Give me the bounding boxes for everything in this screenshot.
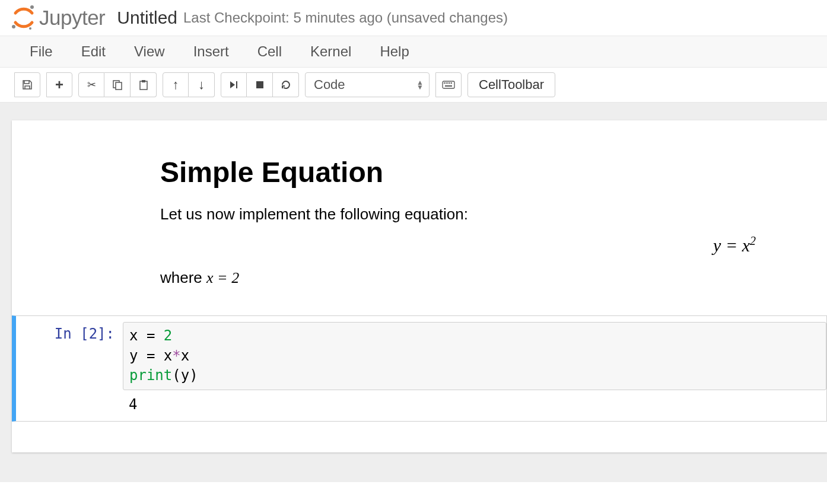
copy-button[interactable]	[104, 72, 131, 97]
svg-rect-11	[446, 82, 447, 84]
svg-rect-7	[236, 81, 237, 88]
menu-file[interactable]: File	[27, 41, 55, 62]
restart-icon	[281, 79, 291, 90]
menu-view[interactable]: View	[132, 41, 167, 62]
svg-point-2	[29, 27, 31, 30]
menu-help[interactable]: Help	[377, 41, 411, 62]
svg-point-1	[12, 25, 15, 28]
svg-rect-9	[443, 81, 454, 88]
header: Jupyter Untitled Last Checkpoint: 5 minu…	[0, 0, 827, 36]
input-area: x = 2 y = x*x print(y) 4	[123, 322, 826, 413]
where-math: x = 2	[206, 269, 239, 286]
code-token: =	[138, 327, 163, 344]
cell-type-select[interactable]: Code ▲▼	[305, 72, 430, 97]
equation-display: y = x2	[160, 234, 815, 256]
code-token: y	[181, 367, 189, 384]
svg-rect-8	[256, 81, 263, 88]
cut-icon: ✂	[87, 78, 96, 91]
stop-icon	[256, 81, 264, 89]
menu-cell[interactable]: Cell	[255, 41, 284, 62]
code-token: )	[189, 367, 198, 384]
menu-insert[interactable]: Insert	[191, 41, 231, 62]
plus-icon: +	[55, 76, 63, 93]
move-up-button[interactable]: ↑	[163, 72, 189, 97]
stop-button[interactable]	[247, 72, 273, 97]
svg-rect-5	[140, 81, 147, 90]
toolbar: + ✂ ↑ ↓ Code ▲▼	[0, 68, 827, 103]
svg-rect-10	[444, 82, 445, 84]
code-cell[interactable]: In [2]: x = 2 y = x*x print(y) 4	[12, 315, 827, 422]
code-token: 2	[164, 327, 172, 344]
notebook-name[interactable]: Untitled	[117, 8, 177, 28]
menu-kernel[interactable]: Kernel	[308, 41, 354, 62]
paste-icon	[138, 79, 149, 90]
run-button[interactable]	[221, 72, 247, 97]
code-token: x	[181, 347, 189, 364]
jupyter-logo-icon	[11, 5, 37, 31]
svg-point-0	[30, 5, 34, 9]
move-down-button[interactable]: ↓	[189, 72, 215, 97]
output-text: 4	[123, 390, 826, 413]
code-token: *	[172, 347, 180, 364]
notebook-area: Simple Equation Let us now implement the…	[0, 103, 827, 482]
svg-rect-14	[451, 82, 452, 84]
cell-toolbar-button[interactable]: CellToolbar	[467, 72, 555, 97]
save-button[interactable]	[14, 72, 40, 97]
svg-rect-12	[447, 82, 449, 84]
markdown-intro: Let us now implement the following equat…	[160, 205, 815, 224]
checkpoint-status: Last Checkpoint: 5 minutes ago (unsaved …	[183, 9, 508, 26]
notebook-container: Simple Equation Let us now implement the…	[12, 120, 827, 452]
svg-rect-6	[142, 80, 145, 82]
add-cell-button[interactable]: +	[46, 72, 72, 97]
cell-type-value: Code	[314, 77, 345, 92]
markdown-heading: Simple Equation	[160, 156, 815, 189]
copy-icon	[112, 79, 123, 90]
svg-rect-4	[116, 82, 122, 90]
restart-button[interactable]	[273, 72, 299, 97]
arrow-up-icon: ↑	[173, 77, 179, 92]
paste-button[interactable]	[131, 72, 157, 97]
markdown-where: where x = 2	[160, 269, 815, 287]
code-editor[interactable]: x = 2 y = x*x print(y)	[123, 322, 826, 390]
cut-button[interactable]: ✂	[78, 72, 104, 97]
svg-rect-13	[449, 82, 450, 84]
brand-text: Jupyter	[39, 6, 105, 30]
code-token: print	[129, 367, 172, 384]
jupyter-logo[interactable]: Jupyter	[11, 5, 105, 31]
arrow-down-icon: ↓	[198, 77, 205, 92]
code-token: =	[138, 347, 163, 364]
command-palette-button[interactable]	[435, 72, 462, 97]
code-token: (	[172, 367, 180, 384]
menu-edit[interactable]: Edit	[79, 41, 108, 62]
input-prompt: In [2]:	[16, 322, 123, 413]
keyboard-icon	[442, 81, 455, 89]
menubar: File Edit View Insert Cell Kernel Help	[0, 36, 827, 68]
code-token: y	[129, 347, 138, 364]
where-prefix: where	[160, 269, 206, 286]
code-token: x	[164, 347, 172, 364]
save-icon	[22, 79, 33, 90]
markdown-cell[interactable]: Simple Equation Let us now implement the…	[12, 144, 827, 310]
svg-rect-15	[445, 85, 452, 87]
cell-toolbar-label: CellToolbar	[479, 77, 544, 92]
run-icon	[229, 80, 238, 90]
code-token: x	[129, 327, 138, 344]
